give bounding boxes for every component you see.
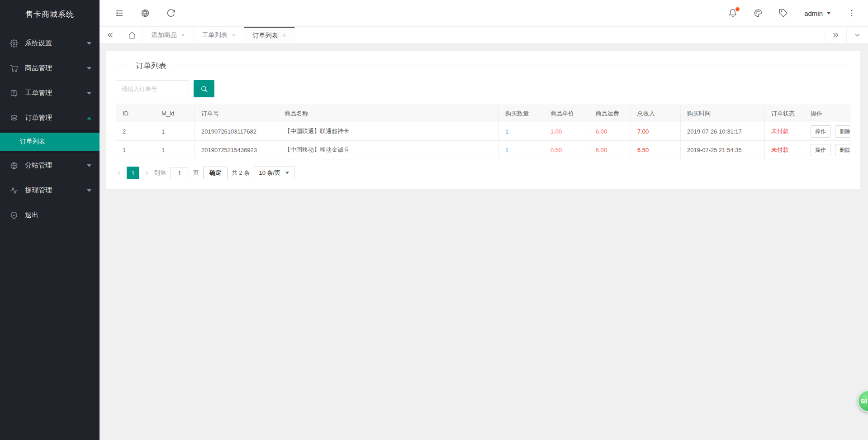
cart-icon: [10, 64, 18, 72]
chevron-up-icon: [87, 117, 91, 120]
palette-icon[interactable]: [754, 9, 763, 18]
cell-actions: 操作 删除: [804, 122, 850, 141]
legend-line: [173, 66, 850, 66]
page-size-value: 10 条/页: [259, 169, 280, 177]
pulse-icon: [10, 187, 18, 195]
sidebar-item-substation-management[interactable]: 分站管理: [0, 153, 100, 178]
cell-mid: 1: [155, 122, 195, 141]
sidebar-item-label: 提现管理: [25, 186, 87, 195]
page-number-active[interactable]: 1: [127, 167, 139, 179]
page-title: 订单列表: [136, 61, 166, 71]
floating-service-label: 50: [861, 398, 867, 405]
work-order-icon: [10, 89, 18, 97]
app-root: 售卡商城系统 系统设置 商品管理 工单管理: [0, 0, 868, 440]
tag-icon[interactable]: [779, 9, 788, 18]
legend-line: [116, 66, 129, 66]
scroll-tabs-left-button[interactable]: [100, 27, 121, 43]
tab-add-product[interactable]: 添加商品 ×: [143, 27, 194, 43]
notification-badge: [735, 7, 740, 11]
layers-icon: [10, 114, 18, 122]
sidebar-subitem-label: 订单列表: [20, 138, 45, 146]
globe-icon[interactable]: [141, 9, 150, 18]
cell-order-no: 20190725215436923: [195, 141, 278, 159]
navbar-left-icons: [115, 9, 175, 18]
column-header-total: 总收入: [631, 105, 681, 122]
cell-id: 1: [116, 141, 155, 159]
pagination: 1 到第 页 确定 共 2 条 10 条/页: [116, 167, 850, 179]
order-list-panel: 订单列表: [106, 51, 860, 189]
close-icon[interactable]: ×: [181, 32, 185, 38]
column-header-order-no: 订单号: [195, 105, 278, 122]
sidebar-item-system-settings[interactable]: 系统设置: [0, 31, 100, 56]
sidebar-subitem-order-list[interactable]: 订单列表: [0, 133, 100, 151]
chevron-down-icon: [87, 92, 91, 95]
cell-mid: 1: [155, 141, 195, 159]
row-action-button[interactable]: 操作: [811, 144, 830, 156]
cell-status: 未付款: [765, 122, 804, 141]
table-row: 2 1 20190726103117682 【中国联通】联通超神卡 1 1.00…: [116, 122, 850, 141]
cell-shipping: 6.00: [589, 122, 631, 141]
search-row: [116, 80, 850, 97]
cell-time: 2019-07-25 21:54:35: [681, 141, 765, 159]
page-size-select[interactable]: 10 条/页: [254, 167, 294, 179]
chevron-down-icon: [87, 42, 91, 45]
close-icon[interactable]: ×: [283, 32, 286, 39]
sidebar-item-label: 退出: [25, 211, 91, 220]
sidebar-item-label: 工单管理: [25, 89, 87, 97]
cell-total: 6.50: [631, 141, 681, 159]
tab-label: 工单列表: [202, 31, 228, 39]
cell-unit-price: 1.00: [544, 122, 589, 141]
tab-bar: 添加商品 × 工单列表 × 订单列表 ×: [100, 27, 868, 44]
cell-unit-price: 0.50: [544, 141, 589, 159]
sidebar-item-label: 系统设置: [25, 39, 87, 48]
sidebar-item-withdraw-management[interactable]: 提现管理: [0, 178, 100, 203]
top-navbar: admin: [100, 0, 868, 27]
tab-options-dropdown-button[interactable]: [846, 27, 868, 43]
column-header-actions: 操作: [804, 105, 850, 122]
tab-label: 添加商品: [152, 31, 177, 39]
sidebar-item-logout[interactable]: 退出: [0, 203, 100, 228]
bell-icon[interactable]: [728, 9, 737, 18]
row-delete-button[interactable]: 删除: [835, 125, 850, 138]
cell-id: 2: [116, 122, 155, 141]
tab-label: 订单列表: [253, 32, 278, 40]
navbar-right-icons: admin: [728, 9, 856, 18]
close-icon[interactable]: ×: [232, 32, 236, 38]
user-name: admin: [804, 10, 823, 17]
column-header-qty: 购买数量: [499, 105, 544, 122]
sidebar-item-workorder-management[interactable]: 工单管理: [0, 81, 100, 105]
kebab-menu-icon[interactable]: [847, 9, 856, 18]
search-button[interactable]: [194, 80, 214, 97]
chevron-down-icon: [285, 172, 289, 174]
cell-qty: 1: [499, 141, 544, 159]
tab-order-list[interactable]: 订单列表 ×: [244, 27, 295, 43]
content-area: 订单列表: [100, 44, 868, 440]
row-delete-button[interactable]: 删除: [835, 144, 850, 156]
prev-page-icon[interactable]: [116, 170, 123, 177]
page-title-block: 订单列表: [116, 61, 850, 71]
app-title: 售卡商城系统: [0, 0, 100, 28]
chevron-down-icon: [87, 164, 91, 167]
cell-qty: 1: [499, 122, 544, 141]
sidebar-menu: 系统设置 商品管理 工单管理 订单: [0, 28, 100, 228]
sidebar: 售卡商城系统 系统设置 商品管理 工单管理: [0, 0, 100, 440]
sidebar-submenu: 订单列表: [0, 130, 100, 153]
sidebar-item-order-management[interactable]: 订单管理: [0, 105, 100, 130]
sidebar-item-label: 商品管理: [25, 64, 87, 72]
user-menu[interactable]: admin: [804, 10, 831, 17]
table-row: 1 1 20190725215436923 【中国移动】移动金诚卡 1 0.50…: [116, 141, 850, 159]
refresh-icon[interactable]: [166, 9, 175, 18]
confirm-page-button[interactable]: 确定: [203, 167, 228, 179]
tab-workorder-list[interactable]: 工单列表 ×: [194, 27, 244, 43]
next-page-icon[interactable]: [143, 170, 150, 177]
chevron-down-icon: [826, 12, 831, 14]
scroll-tabs-right-button[interactable]: [825, 27, 846, 43]
sidebar-item-product-management[interactable]: 商品管理: [0, 56, 100, 81]
tabbar-spacer: [295, 27, 825, 43]
collapse-menu-icon[interactable]: [115, 9, 124, 18]
home-tab-button[interactable]: [121, 27, 143, 43]
search-input[interactable]: [116, 80, 189, 97]
row-action-button[interactable]: 操作: [811, 125, 830, 138]
goto-page-input[interactable]: [170, 167, 189, 179]
main-area: admin 添加商品 × 工单列表 ×: [100, 0, 868, 440]
